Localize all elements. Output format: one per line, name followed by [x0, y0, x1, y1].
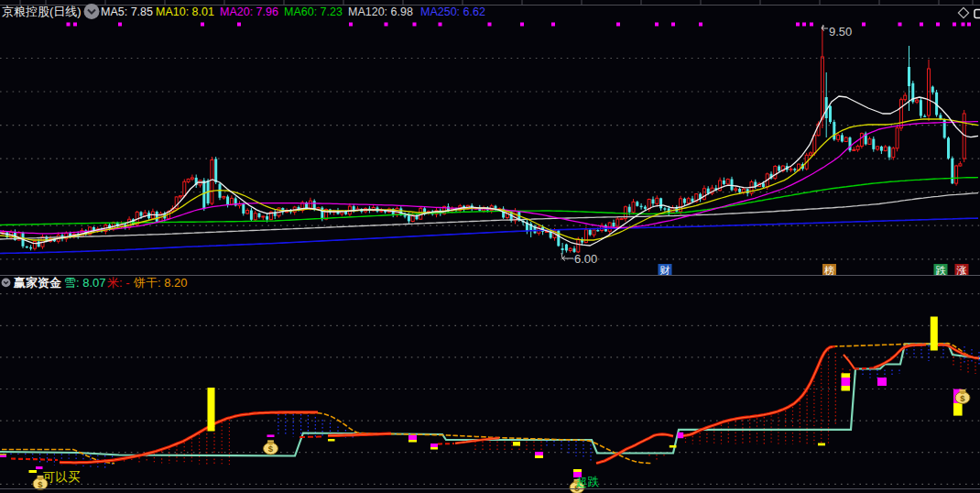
- svg-text:$: $: [268, 444, 274, 454]
- svg-text:赢家资金: 赢家资金: [13, 276, 62, 290]
- svg-text:财: 财: [660, 265, 670, 276]
- svg-text:跌: 跌: [936, 265, 947, 276]
- svg-text:MA20: 7.96: MA20: 7.96: [220, 5, 278, 18]
- svg-text:饼干: 8.20: 饼干: 8.20: [133, 276, 188, 290]
- svg-text:可以买: 可以买: [43, 470, 81, 484]
- svg-text:米: -: 米: -: [107, 276, 130, 290]
- svg-text:9.50: 9.50: [829, 25, 852, 38]
- svg-text:MA5: 7.85: MA5: 7.85: [101, 5, 153, 18]
- svg-text:京粮控股(日线): 京粮控股(日线): [2, 5, 82, 18]
- svg-text:涨: 涨: [957, 265, 967, 276]
- svg-text:6.00: 6.00: [574, 252, 597, 266]
- svg-text:MA10: 8.01: MA10: 8.01: [156, 5, 214, 18]
- svg-text:MA120: 6.98: MA120: 6.98: [348, 5, 413, 18]
- svg-text:$: $: [960, 393, 965, 403]
- svg-text:雪: 8.07: 雪: 8.07: [64, 276, 106, 290]
- svg-text:MA250: 6.62: MA250: 6.62: [420, 5, 485, 18]
- svg-text:MA60: 7.23: MA60: 7.23: [284, 5, 343, 18]
- svg-text:超跌: 超跌: [576, 476, 600, 488]
- svg-text:榜: 榜: [824, 265, 834, 276]
